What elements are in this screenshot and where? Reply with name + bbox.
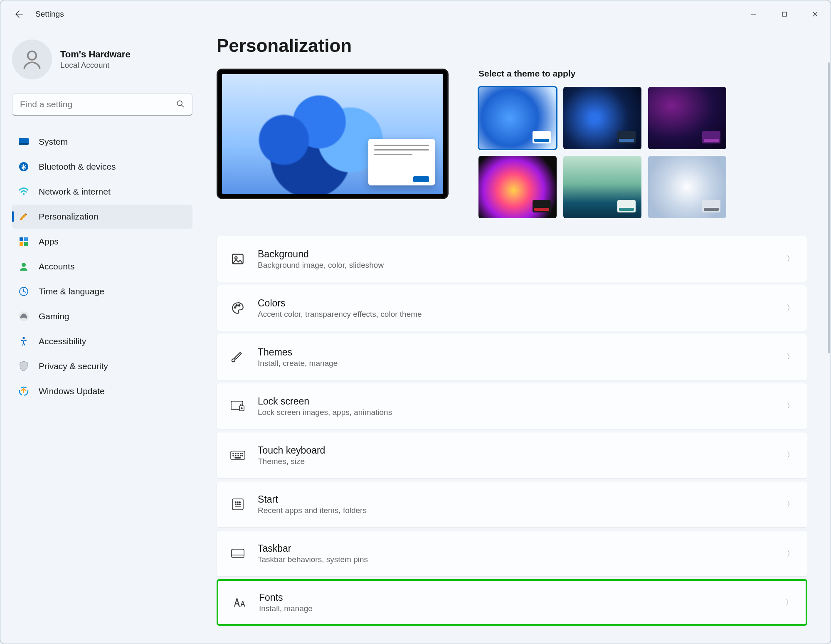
chevron-right-icon: 〉: [787, 254, 794, 264]
settings-row-touch-keyboard[interactable]: Touch keyboard Themes, size 〉: [217, 432, 807, 479]
titlebar: Settings: [0, 0, 831, 28]
svg-point-42: [235, 502, 237, 503]
theme-option-sunrise[interactable]: [563, 156, 641, 218]
svg-point-30: [233, 453, 234, 454]
theme-option-captured-motion[interactable]: [478, 156, 557, 218]
row-title: Background: [258, 249, 787, 260]
row-title: Fonts: [259, 592, 785, 603]
user-subtitle: Local Account: [60, 61, 131, 70]
theme-option-light[interactable]: [478, 87, 557, 149]
scrollbar[interactable]: [828, 62, 830, 353]
svg-rect-14: [24, 242, 28, 246]
svg-point-35: [233, 455, 234, 456]
user-account-button[interactable]: Tom's Hardware Local Account: [12, 39, 192, 79]
row-title: Themes: [258, 347, 787, 358]
fonts-icon: [231, 594, 247, 611]
row-subtitle: Themes, size: [258, 457, 787, 466]
row-title: Start: [258, 494, 787, 505]
close-button[interactable]: [800, 1, 831, 27]
back-button[interactable]: [13, 9, 24, 20]
row-subtitle: Taskbar behaviors, system pins: [258, 555, 787, 564]
sidebar-item-network[interactable]: Network & internet: [12, 180, 192, 204]
sidebar-item-accounts[interactable]: Accounts: [12, 254, 192, 279]
sidebar-item-gaming[interactable]: Gaming: [12, 304, 192, 328]
sidebar-item-label: Gaming: [39, 311, 69, 321]
keyboard-icon: [229, 447, 246, 464]
sidebar-item-time-language[interactable]: Time & language: [12, 279, 192, 303]
bluetooth-icon: [18, 161, 30, 173]
sidebar-item-personalization[interactable]: Personalization: [12, 205, 192, 229]
sidebar-item-bluetooth[interactable]: Bluetooth & devices: [12, 155, 192, 179]
row-title: Taskbar: [258, 543, 787, 554]
sidebar-item-label: System: [39, 137, 68, 147]
settings-row-start[interactable]: Start Recent apps and items, folders 〉: [217, 481, 807, 528]
sidebar-item-label: Personalization: [39, 212, 99, 222]
svg-point-47: [239, 504, 241, 505]
desktop-preview[interactable]: [217, 69, 449, 199]
accessibility-icon: [18, 336, 30, 347]
paintbrush-icon: [18, 211, 30, 222]
svg-point-15: [22, 263, 26, 267]
settings-row-lock-screen[interactable]: Lock screen Lock screen images, apps, an…: [217, 383, 807, 429]
clock-globe-icon: [18, 286, 30, 297]
search-container: [12, 94, 192, 116]
svg-rect-11: [20, 237, 23, 241]
theme-option-dark[interactable]: [563, 87, 641, 149]
sidebar-nav: System Bluetooth & devices Network & int…: [12, 130, 192, 403]
svg-point-21: [235, 257, 237, 259]
maximize-button[interactable]: [769, 1, 800, 27]
arrow-left-icon: [13, 9, 23, 19]
sidebar: Tom's Hardware Local Account System Blue…: [0, 28, 204, 644]
settings-row-taskbar[interactable]: Taskbar Taskbar behaviors, system pins 〉: [217, 530, 807, 577]
shield-icon: [18, 360, 30, 372]
sidebar-item-label: Apps: [39, 237, 59, 247]
lock-screen-icon: [229, 398, 246, 415]
settings-row-themes[interactable]: Themes Install, create, manage 〉: [217, 334, 807, 380]
window-mockup: [368, 139, 435, 185]
row-title: Colors: [258, 298, 787, 309]
sidebar-item-accessibility[interactable]: Accessibility: [12, 329, 192, 353]
sidebar-item-label: Network & internet: [39, 187, 111, 197]
brush-icon: [229, 349, 246, 365]
avatar: [12, 39, 52, 79]
window-title: Settings: [35, 10, 64, 19]
person-icon: [20, 48, 44, 71]
theme-grid: [478, 87, 807, 218]
svg-rect-12: [24, 237, 28, 241]
sidebar-item-label: Accounts: [39, 262, 74, 271]
sidebar-item-system[interactable]: System: [12, 130, 192, 154]
theme-option-glow[interactable]: [648, 87, 726, 149]
search-input[interactable]: [12, 94, 192, 116]
maximize-icon: [781, 11, 788, 17]
settings-window: Settings Tom's Hardware Local Account: [0, 0, 831, 644]
svg-point-31: [235, 453, 236, 454]
apps-icon: [18, 236, 30, 247]
sidebar-item-label: Time & language: [39, 286, 104, 296]
svg-point-27: [241, 408, 242, 409]
svg-line-6: [182, 105, 184, 107]
sidebar-item-privacy[interactable]: Privacy & security: [12, 354, 192, 378]
svg-point-24: [239, 305, 240, 306]
chevron-right-icon: 〉: [787, 499, 794, 510]
svg-point-37: [238, 455, 239, 456]
sidebar-item-windows-update[interactable]: Windows Update: [12, 379, 192, 403]
svg-point-38: [240, 455, 241, 456]
minimize-button[interactable]: [738, 1, 769, 27]
settings-row-colors[interactable]: Colors Accent color, transparency effect…: [217, 285, 807, 331]
svg-rect-40: [235, 457, 241, 458]
theme-section-heading: Select a theme to apply: [478, 69, 807, 79]
gaming-icon: [18, 311, 30, 322]
accounts-icon: [18, 261, 30, 272]
taskbar-icon: [229, 545, 246, 562]
settings-row-background[interactable]: Background Background image, color, slid…: [217, 236, 807, 282]
svg-rect-8: [19, 143, 29, 145]
sidebar-item-apps[interactable]: Apps: [12, 229, 192, 254]
main-content: Personalization Select a theme to app: [204, 28, 831, 644]
close-icon: [812, 11, 819, 17]
svg-point-4: [28, 51, 37, 60]
row-subtitle: Recent apps and items, folders: [258, 506, 787, 515]
start-icon: [229, 496, 246, 513]
svg-point-32: [238, 453, 239, 454]
settings-row-fonts[interactable]: Fonts Install, manage 〉: [217, 579, 807, 626]
theme-option-flow[interactable]: [648, 156, 726, 218]
